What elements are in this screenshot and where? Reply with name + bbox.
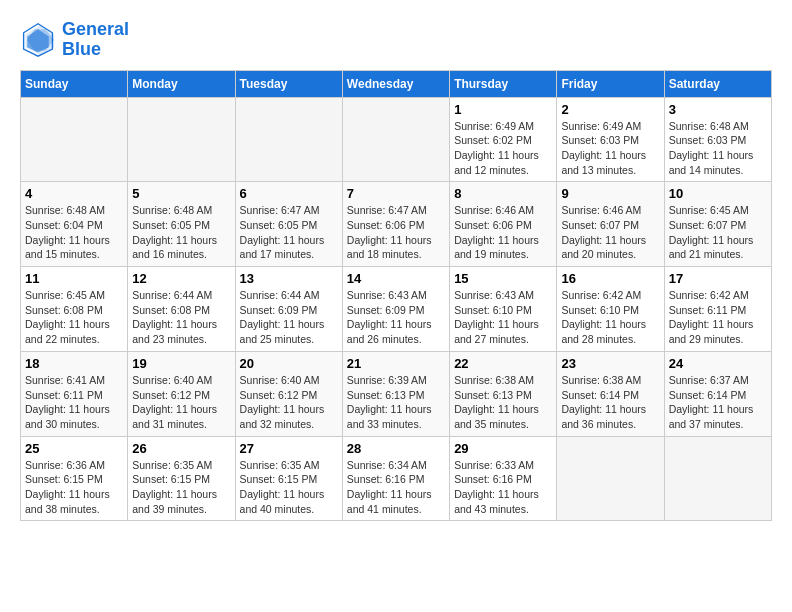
- calendar-cell: 1Sunrise: 6:49 AM Sunset: 6:02 PM Daylig…: [450, 97, 557, 182]
- logo-icon: [20, 22, 56, 58]
- calendar-cell: 6Sunrise: 6:47 AM Sunset: 6:05 PM Daylig…: [235, 182, 342, 267]
- day-info: Sunrise: 6:35 AM Sunset: 6:15 PM Dayligh…: [240, 458, 338, 517]
- logo-text: General Blue: [62, 20, 129, 60]
- day-number: 24: [669, 356, 767, 371]
- day-number: 9: [561, 186, 659, 201]
- logo: General Blue: [20, 20, 129, 60]
- day-number: 28: [347, 441, 445, 456]
- weekday-header-tuesday: Tuesday: [235, 70, 342, 97]
- day-number: 7: [347, 186, 445, 201]
- day-info: Sunrise: 6:41 AM Sunset: 6:11 PM Dayligh…: [25, 373, 123, 432]
- calendar-cell: 3Sunrise: 6:48 AM Sunset: 6:03 PM Daylig…: [664, 97, 771, 182]
- calendar-week-1: 1Sunrise: 6:49 AM Sunset: 6:02 PM Daylig…: [21, 97, 772, 182]
- calendar-cell: 11Sunrise: 6:45 AM Sunset: 6:08 PM Dayli…: [21, 267, 128, 352]
- calendar-cell: 21Sunrise: 6:39 AM Sunset: 6:13 PM Dayli…: [342, 351, 449, 436]
- calendar-cell: 23Sunrise: 6:38 AM Sunset: 6:14 PM Dayli…: [557, 351, 664, 436]
- day-info: Sunrise: 6:37 AM Sunset: 6:14 PM Dayligh…: [669, 373, 767, 432]
- day-number: 23: [561, 356, 659, 371]
- calendar-cell: 13Sunrise: 6:44 AM Sunset: 6:09 PM Dayli…: [235, 267, 342, 352]
- day-number: 20: [240, 356, 338, 371]
- day-info: Sunrise: 6:40 AM Sunset: 6:12 PM Dayligh…: [240, 373, 338, 432]
- day-info: Sunrise: 6:46 AM Sunset: 6:07 PM Dayligh…: [561, 203, 659, 262]
- day-number: 12: [132, 271, 230, 286]
- calendar-week-4: 18Sunrise: 6:41 AM Sunset: 6:11 PM Dayli…: [21, 351, 772, 436]
- calendar-cell: 26Sunrise: 6:35 AM Sunset: 6:15 PM Dayli…: [128, 436, 235, 521]
- weekday-header-saturday: Saturday: [664, 70, 771, 97]
- day-number: 14: [347, 271, 445, 286]
- calendar-header: SundayMondayTuesdayWednesdayThursdayFrid…: [21, 70, 772, 97]
- day-number: 29: [454, 441, 552, 456]
- day-number: 26: [132, 441, 230, 456]
- day-info: Sunrise: 6:38 AM Sunset: 6:13 PM Dayligh…: [454, 373, 552, 432]
- calendar-cell: 14Sunrise: 6:43 AM Sunset: 6:09 PM Dayli…: [342, 267, 449, 352]
- day-number: 21: [347, 356, 445, 371]
- day-number: 2: [561, 102, 659, 117]
- calendar-cell: 20Sunrise: 6:40 AM Sunset: 6:12 PM Dayli…: [235, 351, 342, 436]
- day-info: Sunrise: 6:49 AM Sunset: 6:03 PM Dayligh…: [561, 119, 659, 178]
- calendar-cell: 22Sunrise: 6:38 AM Sunset: 6:13 PM Dayli…: [450, 351, 557, 436]
- day-info: Sunrise: 6:47 AM Sunset: 6:06 PM Dayligh…: [347, 203, 445, 262]
- day-info: Sunrise: 6:48 AM Sunset: 6:05 PM Dayligh…: [132, 203, 230, 262]
- calendar-cell: [664, 436, 771, 521]
- day-info: Sunrise: 6:42 AM Sunset: 6:10 PM Dayligh…: [561, 288, 659, 347]
- weekday-header-friday: Friday: [557, 70, 664, 97]
- day-info: Sunrise: 6:35 AM Sunset: 6:15 PM Dayligh…: [132, 458, 230, 517]
- weekday-header-row: SundayMondayTuesdayWednesdayThursdayFrid…: [21, 70, 772, 97]
- calendar-cell: 18Sunrise: 6:41 AM Sunset: 6:11 PM Dayli…: [21, 351, 128, 436]
- day-info: Sunrise: 6:38 AM Sunset: 6:14 PM Dayligh…: [561, 373, 659, 432]
- day-number: 4: [25, 186, 123, 201]
- day-info: Sunrise: 6:45 AM Sunset: 6:07 PM Dayligh…: [669, 203, 767, 262]
- calendar-table: SundayMondayTuesdayWednesdayThursdayFrid…: [20, 70, 772, 522]
- calendar-cell: 15Sunrise: 6:43 AM Sunset: 6:10 PM Dayli…: [450, 267, 557, 352]
- day-info: Sunrise: 6:43 AM Sunset: 6:10 PM Dayligh…: [454, 288, 552, 347]
- calendar-cell: [128, 97, 235, 182]
- weekday-header-sunday: Sunday: [21, 70, 128, 97]
- day-info: Sunrise: 6:36 AM Sunset: 6:15 PM Dayligh…: [25, 458, 123, 517]
- day-number: 13: [240, 271, 338, 286]
- day-info: Sunrise: 6:39 AM Sunset: 6:13 PM Dayligh…: [347, 373, 445, 432]
- day-number: 8: [454, 186, 552, 201]
- calendar-cell: 12Sunrise: 6:44 AM Sunset: 6:08 PM Dayli…: [128, 267, 235, 352]
- calendar-cell: [235, 97, 342, 182]
- day-info: Sunrise: 6:33 AM Sunset: 6:16 PM Dayligh…: [454, 458, 552, 517]
- calendar-cell: 7Sunrise: 6:47 AM Sunset: 6:06 PM Daylig…: [342, 182, 449, 267]
- day-info: Sunrise: 6:34 AM Sunset: 6:16 PM Dayligh…: [347, 458, 445, 517]
- day-info: Sunrise: 6:45 AM Sunset: 6:08 PM Dayligh…: [25, 288, 123, 347]
- calendar-cell: 9Sunrise: 6:46 AM Sunset: 6:07 PM Daylig…: [557, 182, 664, 267]
- day-number: 5: [132, 186, 230, 201]
- calendar-cell: 27Sunrise: 6:35 AM Sunset: 6:15 PM Dayli…: [235, 436, 342, 521]
- day-number: 27: [240, 441, 338, 456]
- day-info: Sunrise: 6:47 AM Sunset: 6:05 PM Dayligh…: [240, 203, 338, 262]
- day-info: Sunrise: 6:48 AM Sunset: 6:03 PM Dayligh…: [669, 119, 767, 178]
- day-number: 3: [669, 102, 767, 117]
- calendar-cell: 29Sunrise: 6:33 AM Sunset: 6:16 PM Dayli…: [450, 436, 557, 521]
- calendar-cell: [342, 97, 449, 182]
- day-info: Sunrise: 6:44 AM Sunset: 6:09 PM Dayligh…: [240, 288, 338, 347]
- calendar-cell: 4Sunrise: 6:48 AM Sunset: 6:04 PM Daylig…: [21, 182, 128, 267]
- day-number: 1: [454, 102, 552, 117]
- calendar-cell: 17Sunrise: 6:42 AM Sunset: 6:11 PM Dayli…: [664, 267, 771, 352]
- day-info: Sunrise: 6:46 AM Sunset: 6:06 PM Dayligh…: [454, 203, 552, 262]
- day-number: 22: [454, 356, 552, 371]
- day-number: 18: [25, 356, 123, 371]
- calendar-cell: [21, 97, 128, 182]
- calendar-cell: 8Sunrise: 6:46 AM Sunset: 6:06 PM Daylig…: [450, 182, 557, 267]
- weekday-header-wednesday: Wednesday: [342, 70, 449, 97]
- calendar-cell: 24Sunrise: 6:37 AM Sunset: 6:14 PM Dayli…: [664, 351, 771, 436]
- day-number: 6: [240, 186, 338, 201]
- calendar-week-2: 4Sunrise: 6:48 AM Sunset: 6:04 PM Daylig…: [21, 182, 772, 267]
- day-info: Sunrise: 6:43 AM Sunset: 6:09 PM Dayligh…: [347, 288, 445, 347]
- weekday-header-thursday: Thursday: [450, 70, 557, 97]
- day-info: Sunrise: 6:49 AM Sunset: 6:02 PM Dayligh…: [454, 119, 552, 178]
- calendar-cell: 2Sunrise: 6:49 AM Sunset: 6:03 PM Daylig…: [557, 97, 664, 182]
- day-number: 17: [669, 271, 767, 286]
- calendar-week-5: 25Sunrise: 6:36 AM Sunset: 6:15 PM Dayli…: [21, 436, 772, 521]
- day-info: Sunrise: 6:40 AM Sunset: 6:12 PM Dayligh…: [132, 373, 230, 432]
- day-number: 16: [561, 271, 659, 286]
- calendar-cell: [557, 436, 664, 521]
- day-info: Sunrise: 6:44 AM Sunset: 6:08 PM Dayligh…: [132, 288, 230, 347]
- day-number: 15: [454, 271, 552, 286]
- day-number: 10: [669, 186, 767, 201]
- day-number: 19: [132, 356, 230, 371]
- calendar-body: 1Sunrise: 6:49 AM Sunset: 6:02 PM Daylig…: [21, 97, 772, 521]
